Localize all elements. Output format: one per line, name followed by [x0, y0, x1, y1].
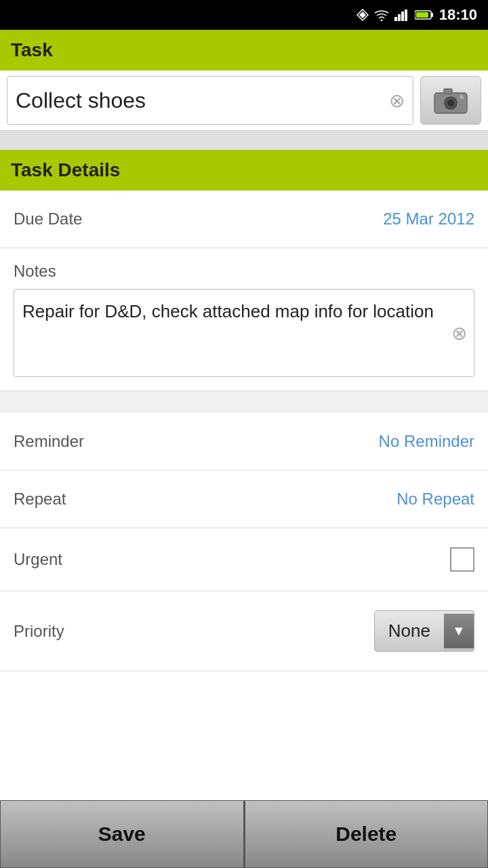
- diamond-icon: [357, 9, 369, 21]
- priority-dropdown[interactable]: None ▼: [374, 610, 474, 652]
- svg-rect-3: [394, 17, 397, 21]
- priority-label: Priority: [14, 622, 374, 641]
- priority-arrow-icon: ▼: [444, 614, 474, 648]
- notes-text[interactable]: Repair for D&D, check attached map info …: [22, 301, 461, 321]
- camera-icon: [433, 86, 468, 115]
- svg-rect-13: [444, 89, 452, 94]
- task-header-title: Task: [11, 39, 53, 60]
- due-date-label: Due Date: [14, 210, 383, 229]
- save-button[interactable]: Save: [0, 800, 245, 868]
- svg-rect-8: [431, 13, 433, 17]
- urgent-checkbox[interactable]: [450, 547, 474, 572]
- svg-point-12: [447, 100, 454, 106]
- task-details-header-title: Task Details: [11, 159, 120, 180]
- status-time: 18:10: [439, 6, 477, 24]
- task-input-wrapper[interactable]: Collect shoes ⊗: [7, 76, 413, 125]
- notes-label: Notes: [14, 262, 474, 281]
- task-input[interactable]: Collect shoes: [16, 88, 389, 113]
- reminder-label: Reminder: [14, 432, 379, 451]
- task-input-row: Collect shoes ⊗: [0, 71, 488, 131]
- task-details-section-header: Task Details: [0, 150, 488, 191]
- repeat-row[interactable]: Repeat No Repeat: [0, 471, 488, 528]
- reminder-value[interactable]: No Reminder: [379, 432, 474, 451]
- status-icons: 18:10: [357, 6, 477, 24]
- reminder-row[interactable]: Reminder No Reminder: [0, 413, 488, 471]
- due-date-row[interactable]: Due Date 25 Mar 2012: [0, 191, 488, 248]
- status-bar: 18:10: [0, 0, 488, 30]
- repeat-value[interactable]: No Repeat: [396, 490, 474, 509]
- priority-row[interactable]: Priority None ▼: [0, 591, 488, 671]
- priority-value: None: [375, 611, 444, 651]
- signal-icon: [394, 9, 409, 21]
- notes-textarea-wrapper[interactable]: Repair for D&D, check attached map info …: [14, 289, 474, 377]
- urgent-label: Urgent: [14, 550, 450, 569]
- repeat-label: Repeat: [14, 490, 396, 509]
- due-date-value[interactable]: 25 Mar 2012: [383, 210, 474, 229]
- mid-gap: [0, 391, 488, 413]
- camera-button[interactable]: [420, 76, 481, 125]
- svg-rect-5: [401, 12, 404, 21]
- svg-point-2: [380, 20, 382, 22]
- task-section-header: Task: [0, 30, 488, 71]
- task-details-body: Due Date 25 Mar 2012 Notes Repair for D&…: [0, 191, 488, 800]
- battery-icon: [415, 9, 434, 20]
- svg-rect-6: [405, 9, 407, 21]
- svg-point-14: [460, 95, 464, 99]
- svg-rect-4: [398, 14, 401, 21]
- svg-rect-9: [416, 12, 428, 18]
- wifi-icon: [374, 9, 389, 21]
- notes-clear-icon[interactable]: ⊗: [451, 322, 467, 344]
- urgent-row[interactable]: Urgent: [0, 528, 488, 591]
- delete-button[interactable]: Delete: [245, 800, 489, 868]
- bottom-bar: Save Delete: [0, 800, 488, 868]
- clear-input-icon[interactable]: ⊗: [389, 90, 405, 112]
- section-gap: [0, 131, 488, 150]
- notes-section: Notes Repair for D&D, check attached map…: [0, 248, 488, 391]
